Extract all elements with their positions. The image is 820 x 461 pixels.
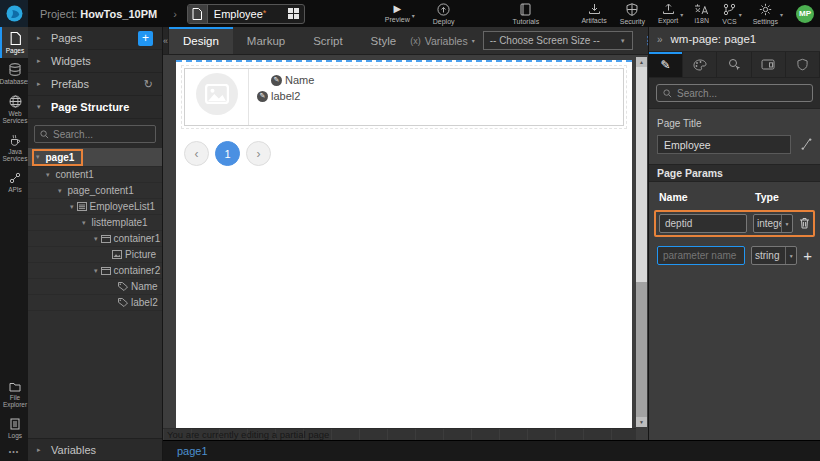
canvas-scrollbar[interactable]: ▲ ▼ — [636, 57, 647, 427]
pagination-prev-button[interactable]: ‹ — [184, 141, 209, 166]
rail-item-databases[interactable]: Databases — [0, 58, 28, 89]
section-prefabs[interactable]: ▸ Prefabs ↻ — [28, 73, 162, 96]
select-arrow-icon: ▼ — [620, 38, 626, 44]
variables-dropdown[interactable]: (x) Variables ▾ — [410, 35, 475, 47]
i18n-button[interactable]: i18N — [692, 3, 711, 24]
canvas-viewport: ✎ Name ✎ label2 ‹ 1 — [163, 55, 648, 440]
image-placeholder-icon — [205, 84, 229, 104]
settings-button[interactable]: Settings — [751, 3, 780, 25]
vcs-chevron-icon[interactable]: ▾ — [739, 11, 742, 18]
tag-icon — [118, 298, 128, 307]
tree-item-container1[interactable]: ▾ container1 — [28, 231, 162, 247]
rail-item-web-services[interactable]: Web Services — [0, 90, 28, 129]
wavemaker-studio: Project: HowTos_10PM › Employee* ▶ Previ… — [0, 0, 820, 461]
section-variables[interactable]: ▸ Variables — [28, 438, 162, 461]
preview-chevron-icon[interactable]: ▾ — [412, 12, 415, 19]
properties-search[interactable] — [656, 84, 813, 102]
tab-styles[interactable] — [683, 52, 717, 77]
scrollbar-thumb[interactable] — [636, 67, 647, 282]
structure-search[interactable] — [34, 125, 156, 143]
delete-param-button[interactable] — [799, 215, 810, 233]
scroll-down-icon[interactable]: ▼ — [636, 417, 647, 427]
chevron-down-icon[interactable]: ▾ — [36, 153, 40, 161]
wavemaker-logo[interactable] — [0, 0, 28, 27]
editing-hint-text: You are currently editing a partial page — [167, 429, 329, 440]
deploy-button[interactable]: Deploy — [431, 3, 457, 25]
tree-item-content1[interactable]: ▾ content1 — [28, 167, 162, 183]
export-chevron-icon[interactable]: ▾ — [680, 11, 683, 18]
collapse-right-panel-button[interactable]: » — [657, 34, 663, 45]
container-icon — [101, 267, 111, 275]
list-widget[interactable]: ✎ Name ✎ label2 — [184, 68, 624, 126]
picture-placeholder[interactable] — [196, 73, 238, 115]
chevron-down-icon[interactable]: ▾ — [58, 187, 62, 195]
add-page-button[interactable]: + — [138, 31, 153, 46]
settings-chevron-icon[interactable]: ▾ — [780, 11, 783, 18]
tree-item-page1[interactable]: ▾ page1 — [28, 148, 162, 167]
tab-device[interactable] — [752, 52, 786, 77]
tree-item-label2[interactable]: label2 — [28, 295, 162, 311]
user-avatar[interactable]: MP — [796, 5, 814, 23]
section-widgets[interactable]: ▸ Widgets — [28, 50, 162, 73]
new-param-name-input[interactable] — [657, 246, 745, 265]
security-button[interactable]: Security — [618, 3, 647, 25]
tree-item-listtemplate1[interactable]: ▾ listtemplate1 — [28, 215, 162, 231]
new-param-type-select[interactable]: string ▼ — [751, 246, 797, 265]
tutorials-button[interactable]: Tutorials — [511, 3, 542, 25]
pagination-next-button[interactable]: › — [246, 141, 271, 166]
section-page-structure[interactable]: ▾ Page Structure — [28, 96, 162, 119]
chevron-down-icon[interactable]: ▾ — [82, 219, 86, 227]
screen-size-select[interactable]: -- Choose Screen Size -- ▼ — [483, 31, 633, 50]
grid-icon[interactable] — [288, 8, 299, 19]
tree-item-picture[interactable]: Picture — [28, 247, 162, 263]
tab-markup[interactable]: Markup — [233, 27, 299, 54]
refresh-icon[interactable]: ↻ — [144, 78, 153, 91]
page-selector-dropdown[interactable]: Employee* — [187, 4, 305, 24]
rail-item-pages[interactable]: Pages — [0, 27, 28, 58]
tree-item-employeelist1[interactable]: ▾ EmployeeList1 — [28, 199, 162, 215]
page-title-input[interactable] — [657, 135, 791, 154]
rail-item-logs[interactable]: Logs — [0, 413, 28, 443]
tab-design[interactable]: Design — [169, 27, 233, 54]
label2-widget[interactable]: ✎ label2 — [257, 90, 615, 102]
tab-properties[interactable]: ✎ — [649, 52, 683, 77]
canvas-ruler: You are currently editing a partial page — [163, 428, 636, 440]
chevron-down-icon[interactable]: ▾ — [70, 203, 74, 211]
param-name-input[interactable] — [659, 214, 747, 233]
properties-search-input[interactable] — [677, 88, 806, 99]
section-pages[interactable]: ▸ Pages + — [28, 27, 162, 50]
chevron-down-icon[interactable]: ▾ — [94, 267, 98, 275]
rail-overflow-menu[interactable]: ••• — [0, 443, 28, 461]
param-type-select[interactable]: intege ▼ — [753, 214, 793, 233]
rail-item-file-explorer[interactable]: File Explorer — [0, 377, 28, 413]
canvas-page[interactable]: ✎ Name ✎ label2 ‹ 1 — [176, 60, 632, 428]
page-params-header: Page Params — [649, 164, 820, 182]
tab-style[interactable]: Style — [357, 27, 411, 54]
tree-item-page-content1[interactable]: ▾ page_content1 — [28, 183, 162, 199]
structure-search-input[interactable] — [53, 129, 150, 140]
chevron-down-icon[interactable]: ▾ — [46, 171, 50, 179]
tab-script[interactable]: Script — [299, 27, 356, 54]
picture-cell[interactable] — [185, 69, 249, 125]
rail-item-apis[interactable]: APIs — [0, 167, 28, 197]
vcs-button[interactable]: VCS — [720, 3, 738, 25]
scroll-up-icon[interactable]: ▲ — [636, 57, 647, 67]
rail-item-java-services[interactable]: Java Services — [0, 129, 28, 167]
tab-security[interactable] — [786, 52, 820, 77]
tree-item-container2[interactable]: ▾ container2 — [28, 263, 162, 279]
panel-title: wm-page: page1 — [671, 33, 757, 45]
chevron-down-icon[interactable]: ▾ — [94, 235, 98, 243]
tree-item-name[interactable]: Name — [28, 279, 162, 295]
pagination-page-button[interactable]: 1 — [215, 141, 240, 166]
branch-icon — [723, 3, 736, 16]
bind-icon[interactable] — [800, 136, 812, 154]
tab-events[interactable] — [717, 52, 751, 77]
export-button[interactable]: Export — [656, 3, 680, 24]
variables-x-icon: (x) — [410, 36, 421, 46]
preview-button[interactable]: ▶ Preview — [383, 4, 412, 23]
artifacts-button[interactable]: Artifacts — [579, 3, 608, 24]
pages-icon — [10, 32, 21, 45]
add-param-button[interactable]: + — [803, 248, 812, 263]
status-page-link[interactable]: page1 — [177, 445, 208, 457]
name-label-widget[interactable]: ✎ Name — [271, 74, 615, 86]
